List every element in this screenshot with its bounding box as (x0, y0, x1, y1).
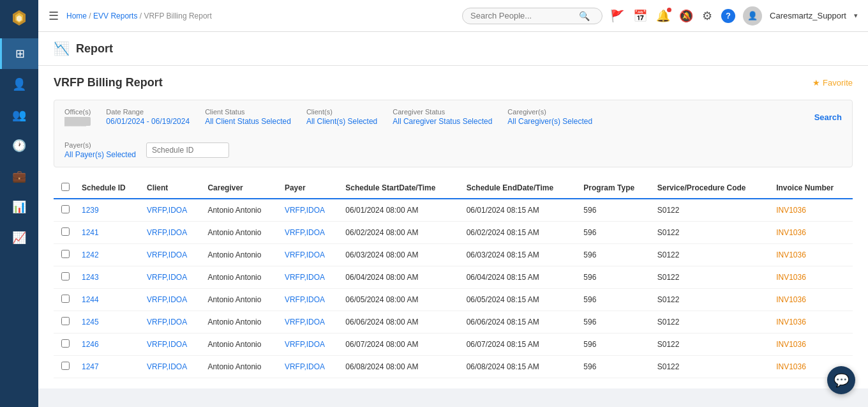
row-checkbox-cell (54, 334, 77, 356)
cell-schedule-id[interactable]: 1245 (77, 311, 142, 334)
row-checkbox[interactable] (61, 205, 70, 213)
table-container: Schedule ID Client Caregiver Payer Sched… (54, 178, 853, 378)
sidebar-item-analytics[interactable]: 📈 (0, 222, 38, 253)
cell-schedule-id[interactable]: 1242 (77, 244, 142, 266)
alert-icon[interactable]: 🔕 (679, 9, 693, 23)
sidebar-item-dashboard[interactable]: ⊞ (0, 38, 38, 69)
cell-caregiver: Antonio Antonio (202, 356, 280, 378)
cell-end: 06/05/2024 08:15 AM (461, 289, 579, 311)
cell-client[interactable]: VRFP,IDOA (142, 244, 202, 266)
cell-invoice: INV1036 (771, 289, 853, 311)
cell-caregiver: Antonio Antonio (202, 334, 280, 356)
cell-payer[interactable]: VRFP,IDOA (280, 199, 340, 222)
bell-icon[interactable]: 🔔 (656, 9, 670, 23)
sidebar-item-billing[interactable]: 💼 (0, 161, 38, 192)
row-checkbox[interactable] (61, 339, 70, 348)
cell-client[interactable]: VRFP,IDOA (142, 289, 202, 311)
cell-payer[interactable]: VRFP,IDOA (280, 266, 340, 289)
user-menu-chevron[interactable]: ▾ (854, 12, 858, 20)
cell-client[interactable]: VRFP,IDOA (142, 199, 202, 222)
caregiver-status-value[interactable]: All Caregiver Status Selected (393, 117, 492, 126)
cell-schedule-id[interactable]: 1247 (77, 356, 142, 378)
schedule-id-input[interactable] (146, 142, 229, 158)
row-checkbox[interactable] (61, 272, 70, 280)
filter-row-2: Payer(s) All Payer(s) Selected (64, 141, 842, 159)
select-all-header (54, 178, 77, 199)
breadcrumb-home[interactable]: Home (66, 12, 87, 20)
row-checkbox-cell (54, 222, 77, 244)
col-invoice-number: Invoice Number (771, 178, 853, 199)
client-status-value[interactable]: All Client Status Selected (205, 117, 291, 126)
cell-program-type: 596 (578, 356, 652, 378)
cell-program-type: 596 (578, 311, 652, 334)
help-icon[interactable]: ? (721, 9, 735, 23)
flag-icon[interactable]: 🚩 (610, 9, 624, 23)
col-payer: Payer (280, 178, 340, 199)
cell-start: 06/05/2024 08:00 AM (340, 289, 461, 311)
cell-client[interactable]: VRFP,IDOA (142, 222, 202, 244)
cell-payer[interactable]: VRFP,IDOA (280, 289, 340, 311)
clients-value[interactable]: All Client(s) Selected (306, 117, 377, 126)
content-area: 📉 Report VRFP Billing Report ★ Favorite … (38, 32, 868, 407)
row-checkbox[interactable] (61, 362, 70, 370)
sidebar-item-caregivers[interactable]: 👥 (0, 100, 38, 130)
menu-icon[interactable]: ☰ (49, 9, 59, 23)
calendar-icon[interactable]: 📅 (633, 9, 647, 23)
row-checkbox[interactable] (61, 227, 70, 236)
clients-label: Client(s) (306, 108, 377, 116)
scheduling-icon: 🕐 (12, 139, 26, 153)
payers-label: Payer(s) (64, 141, 136, 149)
cell-invoice: INV1036 (771, 311, 853, 334)
cell-payer[interactable]: VRFP,IDOA (280, 356, 340, 378)
cell-payer[interactable]: VRFP,IDOA (280, 222, 340, 244)
sidebar-item-clients[interactable]: 👤 (0, 69, 38, 100)
breadcrumb-current: VRFP Billing Report (144, 12, 212, 20)
office-value[interactable]: ████ (64, 117, 91, 126)
cell-payer[interactable]: VRFP,IDOA (280, 334, 340, 356)
cell-client[interactable]: VRFP,IDOA (142, 356, 202, 378)
row-checkbox[interactable] (61, 295, 70, 303)
cell-payer[interactable]: VRFP,IDOA (280, 244, 340, 266)
favorite-button[interactable]: ★ Favorite (812, 78, 853, 88)
date-range-value[interactable]: 06/01/2024 - 06/19/2024 (106, 117, 190, 126)
cell-payer[interactable]: VRFP,IDOA (280, 311, 340, 334)
breadcrumb-evv[interactable]: EVV Reports (93, 12, 137, 20)
chat-bubble[interactable]: 💬 (827, 366, 855, 394)
cell-invoice: INV1036 (771, 334, 853, 356)
caregivers-icon: 👥 (12, 108, 26, 122)
cell-client[interactable]: VRFP,IDOA (142, 311, 202, 334)
row-checkbox[interactable] (61, 317, 70, 325)
search-button[interactable]: Search (814, 112, 842, 122)
cell-client[interactable]: VRFP,IDOA (142, 266, 202, 289)
app-logo (6, 6, 32, 32)
cell-start: 06/03/2024 08:00 AM (340, 244, 461, 266)
search-bar[interactable]: 🔍 (462, 8, 602, 24)
sidebar-item-scheduling[interactable]: 🕐 (0, 130, 38, 161)
col-end-datetime: Schedule EndDate/Time (461, 178, 579, 199)
cell-schedule-id[interactable]: 1239 (77, 199, 142, 222)
row-checkbox[interactable] (61, 250, 70, 258)
cell-schedule-id[interactable]: 1241 (77, 222, 142, 244)
analytics-icon: 📈 (12, 231, 26, 245)
cell-service-code: S0122 (652, 356, 771, 378)
cell-client[interactable]: VRFP,IDOA (142, 334, 202, 356)
cell-schedule-id[interactable]: 1244 (77, 289, 142, 311)
cell-invoice: INV1036 (771, 222, 853, 244)
sidebar-item-reports[interactable]: 📊 (0, 192, 38, 222)
cell-schedule-id[interactable]: 1246 (77, 334, 142, 356)
search-input[interactable] (470, 11, 579, 20)
select-all-checkbox[interactable] (61, 183, 70, 191)
cell-schedule-id[interactable]: 1243 (77, 266, 142, 289)
col-service-code: Service/Procedure Code (652, 178, 771, 199)
cell-service-code: S0122 (652, 289, 771, 311)
caregivers-value[interactable]: All Caregiver(s) Selected (507, 117, 592, 126)
report-section-title: Report (76, 42, 113, 56)
row-checkbox-cell (54, 244, 77, 266)
gear-icon[interactable]: ⚙ (702, 9, 712, 23)
payers-value[interactable]: All Payer(s) Selected (64, 150, 136, 159)
table-header-row: Schedule ID Client Caregiver Payer Sched… (54, 178, 853, 199)
username-label[interactable]: Caresmartz_Support (770, 11, 846, 20)
cell-caregiver: Antonio Antonio (202, 199, 280, 222)
table-row: 1239 VRFP,IDOA Antonio Antonio VRFP,IDOA… (54, 199, 853, 222)
table-row: 1242 VRFP,IDOA Antonio Antonio VRFP,IDOA… (54, 244, 853, 266)
